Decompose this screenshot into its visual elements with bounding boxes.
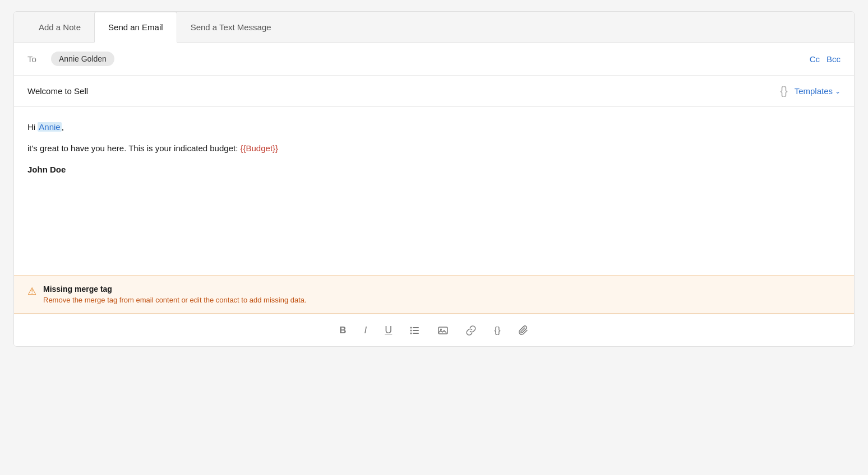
email-compose-container: Add a Note Send an Email Send a Text Mes… <box>13 11 855 347</box>
merge-tags-icon[interactable]: {} <box>780 85 787 97</box>
body-line1-prefix: it's great to have you here. This is you… <box>27 143 240 153</box>
curly-braces-toolbar-icon: {} <box>494 325 500 336</box>
list-button[interactable] <box>408 323 422 338</box>
subject-field-row: {} Templates ⌄ <box>14 76 854 107</box>
italic-icon: I <box>364 325 367 336</box>
email-body[interactable]: Hi Annie, it's great to have you here. T… <box>14 107 854 275</box>
paperclip-icon <box>519 325 529 336</box>
templates-button[interactable]: Templates ⌄ <box>795 86 841 96</box>
cc-bcc-group: Cc Bcc <box>810 54 841 64</box>
svg-rect-0 <box>413 327 419 328</box>
warning-title: Missing merge tag <box>43 285 307 294</box>
warning-message: Remove the merge tag from email content … <box>43 296 307 304</box>
compose-area: To Annie Golden Cc Bcc {} Templates ⌄ Hi… <box>14 43 854 346</box>
sender-name: John Doe <box>27 165 66 174</box>
bold-button[interactable]: B <box>337 323 348 338</box>
attach-button[interactable] <box>516 323 531 338</box>
tab-bar: Add a Note Send an Email Send a Text Mes… <box>14 12 854 43</box>
recipient-tag[interactable]: Annie Golden <box>51 52 114 66</box>
link-button[interactable] <box>464 323 478 338</box>
underline-button[interactable]: U <box>382 322 394 338</box>
greeting-suffix: , <box>62 122 64 132</box>
greeting-line: Hi Annie, <box>27 120 841 134</box>
tab-add-note[interactable]: Add a Note <box>25 12 94 42</box>
warning-banner: ⚠ Missing merge tag Remove the merge tag… <box>14 275 854 314</box>
italic-button[interactable]: I <box>362 323 370 338</box>
subject-actions: {} Templates ⌄ <box>780 85 841 97</box>
warning-content: Missing merge tag Remove the merge tag f… <box>43 285 307 304</box>
bold-icon: B <box>339 325 346 336</box>
svg-rect-2 <box>413 333 419 334</box>
link-icon <box>466 325 476 336</box>
svg-rect-1 <box>413 330 419 331</box>
warning-icon: ⚠ <box>27 285 36 297</box>
svg-point-5 <box>410 332 412 334</box>
underline-icon: U <box>385 324 392 336</box>
tab-send-text[interactable]: Send a Text Message <box>177 12 285 42</box>
formatting-toolbar: B I U <box>14 314 854 346</box>
subject-input[interactable] <box>27 86 780 96</box>
sender-name-line: John Doe <box>27 163 841 176</box>
tab-send-email[interactable]: Send an Email <box>94 12 177 43</box>
svg-point-7 <box>440 328 442 330</box>
svg-point-3 <box>410 327 412 328</box>
image-button[interactable] <box>436 323 450 338</box>
recipient-name-highlighted: Annie <box>38 122 61 132</box>
bcc-button[interactable]: Bcc <box>827 54 841 64</box>
chevron-down-icon: ⌄ <box>835 87 841 95</box>
list-icon <box>410 325 420 336</box>
cc-button[interactable]: Cc <box>810 54 820 64</box>
greeting-prefix: Hi <box>27 122 38 132</box>
to-label: To <box>27 54 44 64</box>
svg-point-4 <box>410 329 412 331</box>
to-field-row: To Annie Golden Cc Bcc <box>14 43 854 76</box>
image-icon <box>438 325 448 336</box>
merge-tag-budget: {{Budget}} <box>240 143 278 153</box>
body-line1: it's great to have you here. This is you… <box>27 142 841 155</box>
merge-tag-button[interactable]: {} <box>492 323 502 338</box>
templates-label: Templates <box>795 86 833 96</box>
